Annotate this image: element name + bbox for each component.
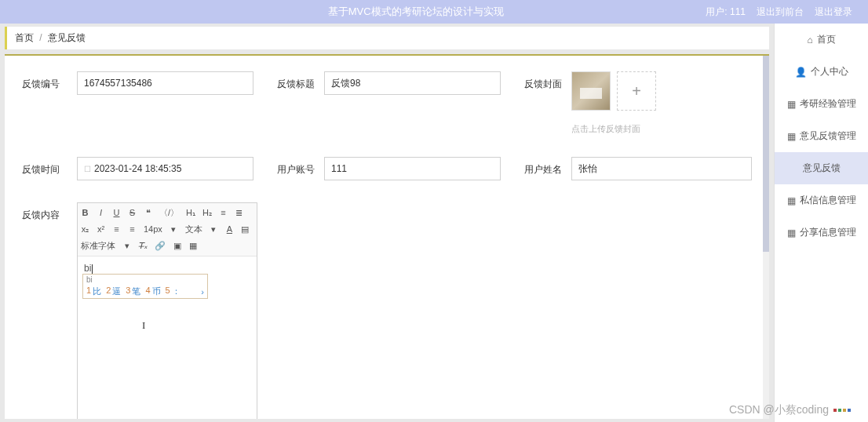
upload-button[interactable]: + (617, 71, 656, 111)
editor-typed-text: bi (84, 263, 91, 274)
image-icon[interactable]: ▣ (173, 240, 181, 252)
sidebar-item-home[interactable]: ⌂ 首页 (775, 24, 868, 56)
text-color-icon[interactable]: A (225, 224, 234, 235)
chevron-down-icon[interactable]: ▾ (122, 240, 131, 252)
list-icon: ▦ (787, 227, 796, 238)
link-icon[interactable]: 🔗 (155, 240, 166, 252)
scrollbar-thumb[interactable] (763, 56, 769, 252)
editor-body[interactable]: bi bi 1比 2逼 3笔 4币 5： › (78, 256, 257, 419)
feedback-no-label: 反馈编号 (22, 71, 77, 91)
ime-composition: bi (86, 275, 204, 284)
list-icon: ▦ (787, 195, 796, 206)
sub-icon[interactable]: x₂ (81, 224, 89, 235)
indent-icon[interactable]: ≡ (112, 224, 121, 235)
app-title: 基于MVC模式的考研论坛的设计与实现 (126, 5, 706, 19)
ime-option-5[interactable]: 5： (166, 286, 181, 297)
h2-icon[interactable]: H₂ (202, 207, 212, 219)
sidebar: ⌂ 首页 👤 个人中心 ▦ 考研经验管理 ▦ 意见反馈管理 意见反馈 ▦ 私信信… (774, 24, 868, 422)
cover-thumbnail[interactable] (571, 71, 611, 111)
ime-more-icon[interactable]: › (201, 287, 204, 296)
sidebar-item-share[interactable]: ▦ 分享信息管理 (775, 216, 868, 249)
upload-hint: 点击上传反馈封面 (571, 123, 656, 135)
feedback-title-label: 反馈标题 (277, 71, 324, 91)
list-icon: ▦ (787, 99, 796, 110)
plus-icon: + (632, 82, 641, 100)
sidebar-item-label: 个人中心 (811, 65, 848, 78)
sidebar-item-label: 意见反馈 (803, 162, 841, 175)
user-icon: 👤 (795, 67, 807, 78)
font-size-dropdown[interactable]: 14px (144, 224, 162, 235)
bold-icon[interactable]: B (81, 207, 89, 219)
underline-icon[interactable]: U (112, 207, 121, 219)
calendar-icon: ☐ (84, 165, 91, 173)
feedback-cover-label: 反馈封面 (524, 71, 571, 91)
sidebar-item-exp[interactable]: ▦ 考研经验管理 (775, 88, 868, 120)
feedback-time-label: 反馈时间 (22, 157, 77, 176)
h1-icon[interactable]: H₁ (186, 207, 195, 219)
ol-icon[interactable]: ≡ (219, 207, 228, 219)
logout-link[interactable]: 退出登录 (815, 5, 852, 19)
sidebar-item-label: 考研经验管理 (800, 97, 856, 111)
sidebar-item-label: 首页 (817, 33, 836, 46)
rich-editor: B I U S ❝ 〈/〉 H₁ H₂ ≡ ≣ x₂ x² ≡ (77, 202, 257, 419)
list-icon: ▦ (787, 131, 796, 142)
breadcrumb-current: 意见反馈 (48, 32, 86, 43)
chevron-down-icon[interactable]: ▾ (170, 224, 178, 235)
sup-icon[interactable]: x² (97, 224, 105, 235)
quote-icon[interactable]: ❝ (144, 207, 152, 219)
video-icon[interactable]: ▦ (188, 240, 197, 252)
ime-popup[interactable]: bi 1比 2逼 3笔 4币 5： › (82, 274, 208, 299)
outdent-icon[interactable]: ≡ (128, 224, 137, 235)
feedback-title-input[interactable] (324, 71, 501, 95)
chevron-down-icon[interactable]: ▾ (210, 224, 218, 235)
ime-option-4[interactable]: 4币 (145, 286, 160, 297)
bg-color-icon[interactable]: ▤ (241, 224, 250, 235)
sidebar-item-feedback-mgmt[interactable]: ▦ 意见反馈管理 (775, 120, 868, 152)
breadcrumb-home[interactable]: 首页 (15, 32, 34, 43)
back-frontend-link[interactable]: 退出到前台 (757, 5, 804, 19)
sidebar-item-label: 分享信息管理 (800, 226, 856, 239)
sidebar-item-profile[interactable]: 👤 个人中心 (775, 56, 868, 88)
ul-icon[interactable]: ≣ (235, 207, 243, 219)
top-bar: 基于MVC模式的考研论坛的设计与实现 用户: 111 退出到前台 退出登录 (0, 0, 868, 24)
text-dropdown[interactable]: 文本 (185, 224, 202, 235)
sidebar-item-label: 私信信息管理 (800, 194, 856, 207)
editor-toolbar: B I U S ❝ 〈/〉 H₁ H₂ ≡ ≣ x₂ x² ≡ (78, 203, 257, 256)
home-icon: ⌂ (807, 35, 812, 45)
username-label: 用户姓名 (524, 157, 571, 176)
ime-option-1[interactable]: 1比 (86, 286, 101, 297)
clear-format-icon[interactable]: T̶ₓ (138, 240, 148, 252)
code-icon[interactable]: 〈/〉 (159, 207, 179, 219)
scrollbar-track[interactable] (763, 56, 769, 419)
sidebar-item-dm[interactable]: ▦ 私信信息管理 (775, 184, 868, 216)
feedback-time-input[interactable]: ☐ 2023-01-24 18:45:35 (77, 157, 253, 180)
text-cursor-icon: I (142, 319, 145, 332)
account-input[interactable] (324, 157, 501, 180)
ime-option-3[interactable]: 3笔 (126, 286, 140, 297)
ime-option-2[interactable]: 2逼 (106, 286, 121, 297)
font-family-dropdown[interactable]: 标准字体 (81, 240, 115, 252)
strike-icon[interactable]: S (128, 207, 137, 219)
italic-icon[interactable]: I (97, 207, 105, 219)
sidebar-item-feedback[interactable]: 意见反馈 (775, 152, 868, 184)
content-label: 反馈内容 (22, 202, 77, 222)
breadcrumb: 首页 / 意见反馈 (5, 27, 769, 49)
account-label: 用户账号 (277, 157, 324, 176)
username-input[interactable] (571, 157, 752, 180)
feedback-no-input[interactable] (77, 71, 253, 95)
top-user: 用户: 111 (706, 5, 746, 19)
sidebar-item-label: 意见反馈管理 (800, 129, 856, 143)
